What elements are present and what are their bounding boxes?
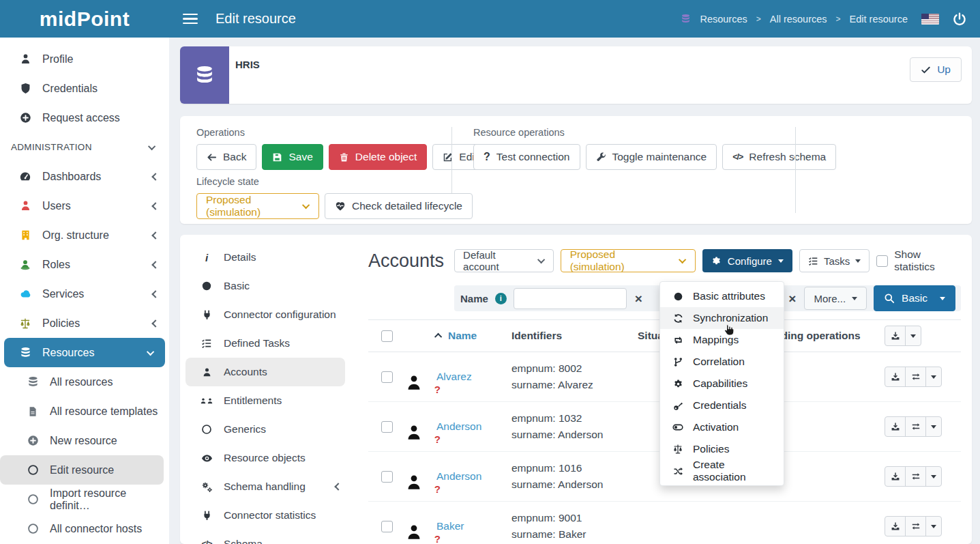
clear-name-filter-icon[interactable]: × — [634, 292, 644, 305]
app-logo[interactable]: midPoint — [0, 8, 169, 31]
breadcrumb-resources[interactable]: Resources — [700, 14, 747, 25]
search-basic-button[interactable]: Basic — [874, 285, 955, 311]
transfer-account-icon[interactable] — [906, 367, 926, 386]
power-icon[interactable] — [953, 12, 966, 26]
task-list-icon — [808, 256, 818, 266]
sidebar-item-edit-resource[interactable]: Edit resource — [0, 455, 164, 485]
clear-filter-icon[interactable]: × — [787, 292, 797, 305]
configure-menu-credentials[interactable]: Credentials — [660, 395, 784, 416]
import-account-icon[interactable] — [885, 467, 906, 486]
account-name-link[interactable]: Baker — [436, 520, 464, 532]
detail-menu-defined-tasks[interactable]: Defined Tasks — [180, 329, 351, 358]
sidebar-item-all-resources[interactable]: All resources — [0, 367, 169, 397]
back-button[interactable]: Back — [196, 144, 256, 170]
export-caret-icon[interactable] — [906, 326, 921, 345]
toggle-maintenance-button[interactable]: Toggle maintenance — [586, 144, 717, 170]
configure-button[interactable]: Configure — [702, 249, 792, 272]
configure-menu-create-association[interactable]: Create association — [660, 460, 784, 482]
sidebar-item-all-resource-templates[interactable]: All resource templates — [0, 397, 169, 426]
sidebar-item-dashboards[interactable]: Dashboards — [0, 162, 169, 191]
detail-menu-basic[interactable]: Basic — [180, 272, 351, 300]
sidebar-section-administration[interactable]: ADMINISTRATION — [0, 132, 169, 162]
resource-status-up-button[interactable]: Up — [910, 57, 962, 82]
configure-dropdown-menu: Basic attributes Synchronization Mapping… — [659, 281, 784, 486]
sidebar-item-import-resource-definition[interactable]: Import resource definit… — [0, 485, 169, 514]
account-name-link[interactable]: Anderson — [436, 420, 481, 432]
check-detailed-lifecycle-button[interactable]: Check detailed lifecycle — [325, 193, 473, 219]
menu-toggle-icon[interactable] — [183, 11, 198, 27]
tasks-button[interactable]: Tasks — [799, 249, 870, 272]
detail-menu-connector-configuration[interactable]: Connector configuration — [180, 300, 351, 329]
sidebar-item-policies[interactable]: Policies — [0, 309, 169, 338]
configure-menu-policies[interactable]: Policies — [660, 438, 784, 460]
sidebar-item-request-access[interactable]: Request access — [0, 103, 169, 132]
detail-menu-accounts[interactable]: Accounts — [185, 358, 345, 386]
row-menu-caret-icon[interactable] — [926, 467, 941, 486]
configure-menu-activation[interactable]: Activation — [660, 416, 784, 438]
column-header-name[interactable]: Name — [436, 330, 511, 342]
sidebar-item-profile[interactable]: Profile — [0, 44, 169, 74]
breadcrumb-all-resources[interactable]: All resources — [770, 14, 827, 25]
sidebar-item-resources[interactable]: Resources — [4, 338, 165, 367]
info-icon[interactable]: i — [495, 293, 507, 304]
detail-menu-details[interactable]: i Details — [180, 243, 351, 272]
caret-down-icon — [855, 259, 861, 263]
shield-icon — [18, 83, 32, 94]
transfer-account-icon[interactable] — [906, 517, 926, 536]
show-statistics-checkbox[interactable] — [876, 255, 888, 267]
caret-down-icon — [852, 297, 857, 300]
sidebar-item-all-connector-hosts[interactable]: All connector hosts — [0, 514, 169, 543]
detail-menu-generics[interactable]: Generics — [180, 415, 351, 444]
import-account-icon[interactable] — [885, 417, 906, 436]
lifecycle-state-select[interactable]: Proposed (simulation) — [196, 193, 319, 219]
cloud-icon — [18, 287, 32, 300]
row-checkbox[interactable] — [381, 521, 393, 532]
more-filters-button[interactable]: More... — [804, 287, 867, 310]
detail-menu-entitlements[interactable]: Entitlements — [180, 386, 351, 415]
configure-menu-capabilities[interactable]: Capabilities — [660, 373, 784, 395]
plus-circle-icon — [26, 435, 40, 446]
configure-menu-mappings[interactable]: Mappings — [660, 329, 784, 351]
detail-menu-schema[interactable]: </> Schema — [180, 530, 351, 544]
import-account-icon[interactable] — [885, 517, 906, 536]
detail-menu-resource-objects[interactable]: Resource objects — [180, 444, 351, 472]
account-name-link[interactable]: Alvarez — [436, 371, 472, 382]
configure-menu-basic-attributes[interactable]: Basic attributes — [660, 285, 784, 307]
sidebar-item-new-resource[interactable]: New resource — [0, 426, 169, 455]
detail-menu-schema-handling[interactable]: Schema handling — [180, 472, 351, 501]
identifier-surname: surname: Anderson — [511, 476, 638, 493]
refresh-schema-button[interactable]: </> Refresh schema — [722, 144, 836, 170]
row-menu-caret-icon[interactable] — [926, 517, 941, 536]
sidebar-item-credentials[interactable]: Credentials — [0, 74, 169, 103]
account-type-select[interactable]: Default account — [454, 249, 554, 272]
delete-object-button[interactable]: Delete object — [329, 144, 427, 170]
row-checkbox[interactable] — [381, 471, 393, 483]
row-checkbox[interactable] — [381, 421, 393, 433]
show-statistics-toggle[interactable]: Show statistics — [876, 248, 961, 273]
row-menu-caret-icon[interactable] — [926, 417, 941, 436]
account-name-link[interactable]: Anderson — [436, 470, 481, 482]
export-download-icon[interactable] — [885, 326, 906, 345]
row-menu-caret-icon[interactable] — [926, 367, 941, 386]
configure-menu-synchronization[interactable]: Synchronization — [660, 307, 784, 329]
select-all-checkbox[interactable] — [381, 330, 393, 342]
section-label: ADMINISTRATION — [11, 142, 92, 152]
transfer-account-icon[interactable] — [906, 467, 926, 486]
sidebar-item-label: Edit resource — [50, 464, 114, 476]
transfer-account-icon[interactable] — [906, 417, 926, 436]
breadcrumb-edit-resource[interactable]: Edit resource — [850, 14, 908, 25]
name-filter-input[interactable] — [514, 288, 627, 309]
sidebar-item-org-structure[interactable]: Org. structure — [0, 220, 169, 250]
test-connection-button[interactable]: ? Test connection — [473, 144, 580, 170]
save-button[interactable]: Save — [262, 144, 323, 170]
sidebar-item-services[interactable]: Services — [0, 279, 169, 309]
import-account-icon[interactable] — [885, 367, 906, 386]
sidebar-item-users[interactable]: Users — [0, 191, 169, 220]
sidebar-item-roles[interactable]: Roles — [0, 250, 169, 279]
configure-menu-correlation[interactable]: Correlation — [660, 351, 784, 373]
accounts-lifecycle-select[interactable]: Proposed (simulation) — [561, 249, 696, 272]
sync-icon — [672, 313, 684, 324]
row-checkbox[interactable] — [381, 371, 393, 383]
us-flag-icon[interactable] — [921, 14, 939, 25]
detail-menu-connector-statistics[interactable]: Connector statistics — [180, 501, 351, 530]
